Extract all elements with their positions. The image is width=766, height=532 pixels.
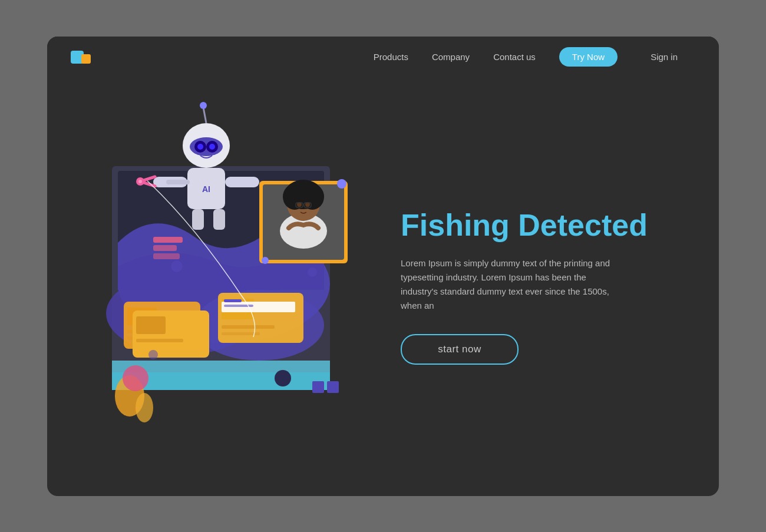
svg-rect-33: [166, 180, 190, 184]
text-area: Fishing Detected Lorem Ipsum is simply d…: [389, 78, 719, 496]
svg-rect-64: [153, 237, 183, 243]
svg-rect-20: [224, 299, 242, 302]
browser-window: Products Company Contact us Try Now Sign…: [47, 37, 719, 496]
navbar: Products Company Contact us Try Now Sign…: [47, 37, 719, 78]
svg-rect-65: [153, 245, 177, 251]
svg-rect-13: [136, 316, 166, 334]
svg-point-37: [138, 180, 142, 183]
try-now-button[interactable]: Try Now: [559, 47, 618, 67]
svg-point-55: [171, 260, 183, 272]
svg-rect-39: [192, 209, 204, 230]
nav-links: Products Company Contact us Try Now Sign…: [374, 47, 678, 67]
logo-icon-orange: [81, 54, 91, 64]
sign-in-button[interactable]: Sign in: [651, 52, 678, 62]
logo: [71, 51, 91, 64]
nav-products[interactable]: Products: [374, 52, 408, 62]
svg-rect-14: [136, 339, 183, 342]
svg-point-26: [197, 144, 203, 150]
svg-rect-18: [222, 325, 275, 329]
nav-contact[interactable]: Contact us: [493, 52, 536, 62]
svg-point-56: [308, 267, 317, 277]
svg-point-58: [148, 350, 158, 359]
hero-heading: Fishing Detected: [401, 209, 684, 242]
svg-rect-60: [327, 381, 339, 393]
scene-container: AI: [77, 90, 371, 431]
illustration-area: AI: [47, 78, 389, 496]
svg-point-27: [209, 144, 215, 150]
main-content: AI: [47, 78, 719, 496]
svg-point-53: [337, 179, 346, 189]
start-now-button[interactable]: start now: [401, 334, 519, 365]
svg-rect-38: [225, 177, 259, 187]
svg-rect-66: [153, 253, 180, 259]
svg-text:AI: AI: [202, 184, 210, 194]
svg-rect-59: [312, 381, 324, 393]
svg-point-29: [200, 102, 207, 109]
hero-description: Lorem Ipsum is simply dummy text of the …: [401, 256, 625, 313]
svg-point-54: [262, 257, 269, 264]
svg-point-57: [275, 370, 291, 386]
nav-company[interactable]: Company: [432, 52, 470, 62]
scene-svg: AI: [77, 90, 371, 431]
svg-point-63: [123, 365, 148, 391]
svg-rect-40: [213, 209, 225, 230]
svg-line-28: [203, 107, 206, 123]
svg-point-62: [136, 393, 153, 422]
